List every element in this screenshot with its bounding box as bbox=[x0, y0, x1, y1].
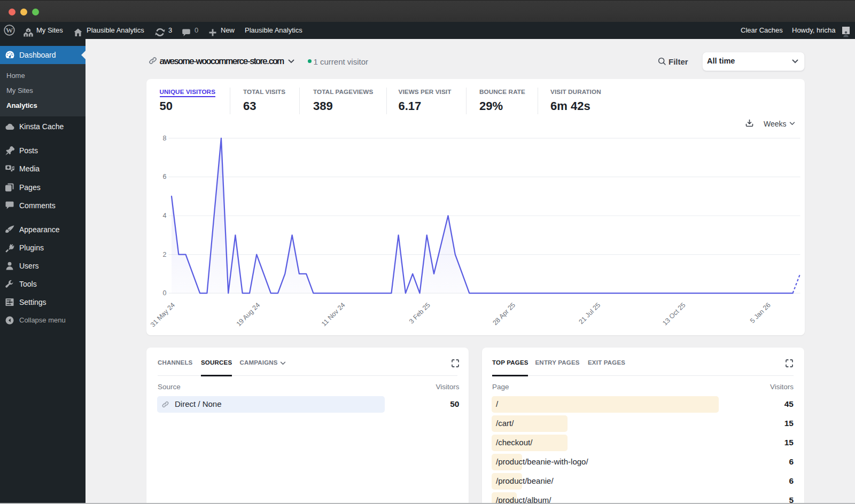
svg-text:4: 4 bbox=[162, 212, 166, 219]
svg-text:19 Aug 24: 19 Aug 24 bbox=[235, 301, 261, 328]
svg-text:2: 2 bbox=[162, 251, 166, 258]
svg-text:28 Apr 25: 28 Apr 25 bbox=[491, 301, 517, 327]
svg-text:31 May 24: 31 May 24 bbox=[149, 301, 176, 328]
svg-text:21 Jul 25: 21 Jul 25 bbox=[577, 301, 602, 326]
svg-text:11 Nov 24: 11 Nov 24 bbox=[320, 301, 347, 328]
svg-text:6: 6 bbox=[162, 173, 166, 180]
svg-text:8: 8 bbox=[162, 135, 166, 142]
svg-text:13 Oct 25: 13 Oct 25 bbox=[661, 301, 687, 327]
svg-text:0: 0 bbox=[162, 289, 166, 297]
svg-text:W: W bbox=[6, 26, 13, 34]
svg-text:5 Jan 26: 5 Jan 26 bbox=[749, 301, 772, 325]
svg-text:3 Feb 25: 3 Feb 25 bbox=[408, 301, 432, 325]
